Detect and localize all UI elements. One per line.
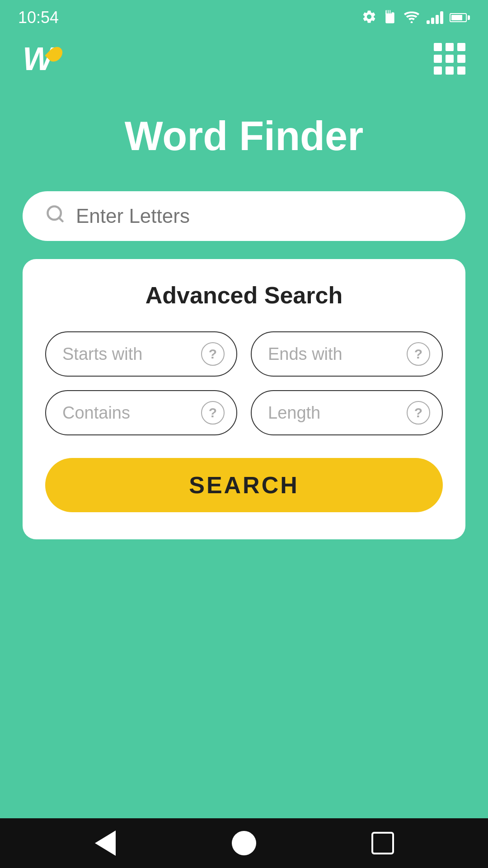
grid-dot: [446, 55, 454, 63]
grid-dot: [446, 43, 454, 51]
advanced-search-title: Advanced Search: [45, 282, 443, 309]
home-icon: [232, 831, 256, 855]
svg-rect-3: [389, 10, 389, 13]
home-button[interactable]: [230, 830, 258, 857]
status-bar: 10:54: [0, 0, 488, 32]
contains-help-icon[interactable]: ?: [201, 401, 225, 425]
grid-dot: [457, 43, 465, 51]
bottom-nav: [0, 818, 488, 868]
recent-button[interactable]: [369, 830, 396, 857]
signal-icon: [427, 11, 443, 24]
starts-with-field-container: ?: [45, 331, 237, 377]
page-title: Word Finder: [125, 113, 363, 160]
sdcard-icon: [383, 9, 397, 26]
status-time: 10:54: [18, 8, 59, 27]
length-field-container: ?: [251, 390, 443, 435]
grid-dot: [457, 66, 465, 75]
search-button[interactable]: SEARCH: [45, 458, 443, 512]
main-content: Word Finder Advanced Search ? ?: [0, 86, 488, 818]
logo: W: [23, 42, 61, 75]
contains-field-container: ?: [45, 390, 237, 435]
status-icons: [361, 9, 470, 26]
search-bar[interactable]: [23, 191, 465, 241]
starts-with-help-icon[interactable]: ?: [201, 342, 225, 366]
grid-dot: [457, 55, 465, 63]
settings-icon: [361, 9, 377, 26]
fields-grid: ? ? ? ?: [45, 331, 443, 435]
svg-line-7: [59, 218, 63, 222]
recent-icon: [371, 832, 394, 854]
search-bar-container: [23, 191, 465, 241]
advanced-search-card: Advanced Search ? ? ? ?: [23, 259, 465, 539]
grid-dot: [434, 66, 442, 75]
top-nav: W: [0, 32, 488, 86]
search-input[interactable]: [76, 205, 443, 227]
svg-rect-1: [385, 10, 391, 14]
search-icon: [45, 204, 65, 228]
svg-rect-4: [390, 10, 391, 13]
ends-with-help-icon[interactable]: ?: [407, 342, 430, 366]
svg-point-5: [411, 21, 413, 23]
battery-icon: [450, 13, 470, 22]
back-icon: [95, 830, 116, 856]
grid-dot: [446, 66, 454, 75]
menu-button[interactable]: [434, 43, 465, 75]
grid-dot: [434, 55, 442, 63]
wifi-icon: [403, 10, 420, 25]
length-help-icon[interactable]: ?: [407, 401, 430, 425]
svg-rect-2: [387, 10, 388, 13]
grid-dot: [434, 43, 442, 51]
back-button[interactable]: [92, 830, 119, 857]
ends-with-field-container: ?: [251, 331, 443, 377]
